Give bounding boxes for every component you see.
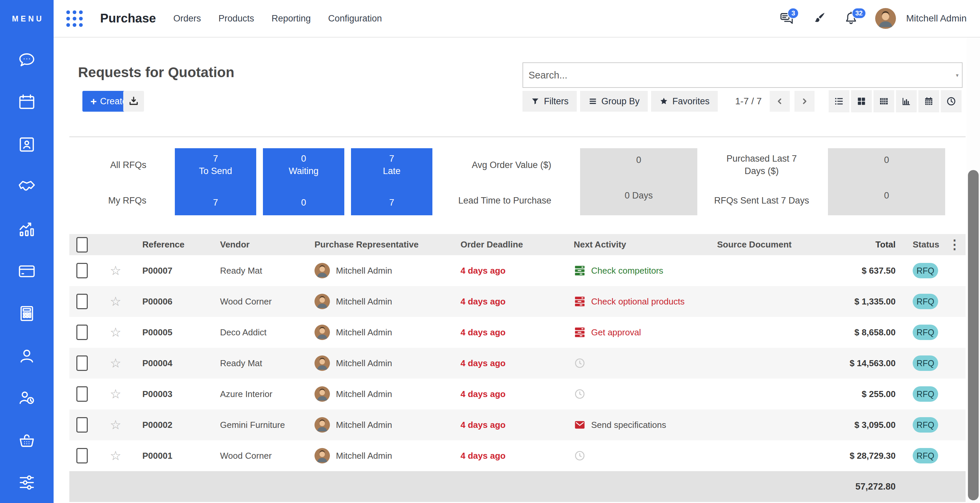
- user-avatar[interactable]: [875, 8, 896, 29]
- optional-columns-kebab-icon[interactable]: ⋮: [945, 235, 964, 254]
- column-header-source[interactable]: Source Document: [707, 240, 836, 250]
- calendar-icon[interactable]: [17, 93, 37, 112]
- activity-label: Send specifications: [591, 420, 666, 430]
- filters-label: Filters: [544, 96, 569, 107]
- download-icon: [128, 96, 139, 107]
- favorite-star-icon[interactable]: ☆: [95, 417, 136, 432]
- table-row[interactable]: ☆ P00001 Wood Corner Mitchell Admin 4 da…: [69, 440, 966, 471]
- favorite-star-icon[interactable]: ☆: [95, 386, 136, 401]
- tile-waiting[interactable]: 0 Waiting 0: [263, 148, 344, 215]
- deadline-cell: 4 days ago: [451, 327, 565, 338]
- pager-next-button[interactable]: [794, 91, 815, 112]
- table-row[interactable]: ☆ P00004 Ready Mat Mitchell Admin 4 days…: [69, 348, 966, 378]
- notifications-bell-icon[interactable]: 32: [843, 10, 859, 27]
- row-checkbox[interactable]: [76, 324, 88, 340]
- late-label: Late: [383, 166, 401, 176]
- user-name[interactable]: Mitchell Admin: [906, 13, 967, 24]
- row-checkbox[interactable]: [76, 356, 88, 371]
- rep-avatar: [315, 324, 330, 340]
- to-send-label: To Send: [199, 166, 232, 176]
- menu-reporting[interactable]: Reporting: [272, 13, 311, 24]
- menu-orders[interactable]: Orders: [173, 13, 201, 24]
- rfq-list-table: Reference Vendor Purchase Representative…: [69, 234, 966, 502]
- favorite-star-icon[interactable]: ☆: [95, 448, 136, 463]
- row-checkbox[interactable]: [76, 417, 88, 433]
- column-header-reference[interactable]: Reference: [136, 240, 210, 250]
- table-footer-row: 57,272.80: [69, 471, 966, 502]
- pager: 1-7 / 7: [735, 91, 815, 112]
- vertical-scrollbar[interactable]: [967, 38, 980, 503]
- apps-grid-icon[interactable]: [66, 10, 83, 27]
- employees-user-icon[interactable]: [17, 346, 37, 366]
- attendance-user-clock-icon[interactable]: [17, 388, 37, 408]
- table-row[interactable]: ☆ P00007 Ready Mat Mitchell Admin 4 days…: [69, 255, 966, 286]
- table-row[interactable]: ☆ P00006 Wood Corner Mitchell Admin 4 da…: [69, 286, 966, 317]
- deadline-cell: 4 days ago: [451, 297, 565, 307]
- column-header-deadline[interactable]: Order Deadline: [451, 240, 565, 250]
- graph-view-button[interactable]: [896, 90, 917, 112]
- select-all-checkbox[interactable]: [76, 237, 88, 252]
- rep-avatar: [315, 448, 330, 463]
- contacts-icon[interactable]: [17, 135, 37, 154]
- favorite-star-icon[interactable]: ☆: [95, 325, 136, 340]
- messages-icon[interactable]: 3: [779, 10, 795, 27]
- app-title[interactable]: Purchase: [100, 11, 156, 26]
- activities-brush-icon[interactable]: [811, 10, 827, 27]
- search-dropdown-caret[interactable]: ▾: [956, 72, 962, 78]
- favorite-star-icon[interactable]: ☆: [95, 294, 136, 309]
- purchased-last-7-days-value: 0: [828, 155, 945, 165]
- row-checkbox[interactable]: [76, 294, 88, 309]
- waiting-my-count: 0: [301, 198, 306, 208]
- deadline-cell: 4 days ago: [451, 358, 565, 369]
- settings-sliders-icon[interactable]: [17, 473, 37, 492]
- list-view-icon: [834, 96, 844, 107]
- activity-clock-icon: [574, 450, 586, 462]
- crm-handshake-icon[interactable]: [17, 177, 37, 196]
- pivot-view-icon: [878, 96, 889, 107]
- column-header-representative[interactable]: Purchase Representative: [304, 240, 451, 250]
- pivot-view-button[interactable]: [873, 90, 894, 112]
- waiting-all-count: 0: [301, 153, 306, 164]
- export-download-button[interactable]: [123, 91, 144, 112]
- vendor-cell: Ready Mat: [210, 358, 304, 369]
- favorites-button[interactable]: Favorites: [651, 91, 718, 112]
- plus-icon: +: [91, 96, 97, 107]
- column-header-vendor[interactable]: Vendor: [210, 240, 304, 250]
- favorite-star-icon[interactable]: ☆: [95, 356, 136, 370]
- waiting-label: Waiting: [289, 166, 318, 176]
- activity-list-red-icon: [574, 295, 586, 308]
- purchase-basket-icon[interactable]: [17, 431, 37, 450]
- column-header-total[interactable]: Total: [836, 240, 897, 250]
- list-view-button[interactable]: [829, 90, 850, 112]
- table-row[interactable]: ☆ P00005 Deco Addict Mitchell Admin 4 da…: [69, 317, 966, 348]
- calendar-view-button[interactable]: [918, 90, 939, 112]
- activity-view-button[interactable]: [941, 90, 962, 112]
- invoicing-card-icon[interactable]: [17, 262, 37, 281]
- rep-name: Mitchell Admin: [336, 265, 392, 276]
- my-rfqs-label[interactable]: My RFQs: [78, 195, 146, 206]
- filters-button[interactable]: Filters: [522, 91, 577, 112]
- rep-name: Mitchell Admin: [336, 451, 392, 461]
- menu-products[interactable]: Products: [218, 13, 254, 24]
- accounting-calculator-icon[interactable]: [17, 304, 37, 323]
- rfqs-sent-last-7-days-value: 0: [828, 190, 945, 201]
- row-checkbox[interactable]: [76, 263, 88, 278]
- discuss-icon[interactable]: [17, 50, 37, 70]
- favorite-star-icon[interactable]: ☆: [95, 263, 136, 278]
- scrollbar-thumb[interactable]: [968, 170, 978, 500]
- menu-toggle[interactable]: MENU: [0, 0, 54, 38]
- menu-configuration[interactable]: Configuration: [328, 13, 382, 24]
- search-input[interactable]: [523, 70, 956, 81]
- sales-chart-icon[interactable]: [17, 219, 37, 239]
- table-row[interactable]: ☆ P00003 Azure Interior Mitchell Admin 4…: [69, 378, 966, 409]
- chevron-left-icon: [775, 97, 784, 105]
- all-rfqs-label[interactable]: All RFQs: [78, 160, 146, 170]
- kanban-view-button[interactable]: [851, 90, 872, 112]
- row-checkbox[interactable]: [76, 448, 88, 463]
- pager-previous-button[interactable]: [770, 91, 790, 112]
- group-by-button[interactable]: Group By: [580, 91, 648, 112]
- column-header-activity[interactable]: Next Activity: [565, 240, 707, 250]
- table-row[interactable]: ☆ P00002 Gemini Furniture Mitchell Admin…: [69, 409, 966, 440]
- row-checkbox[interactable]: [76, 386, 88, 402]
- tile-to-send[interactable]: 7 To Send 7: [175, 148, 256, 215]
